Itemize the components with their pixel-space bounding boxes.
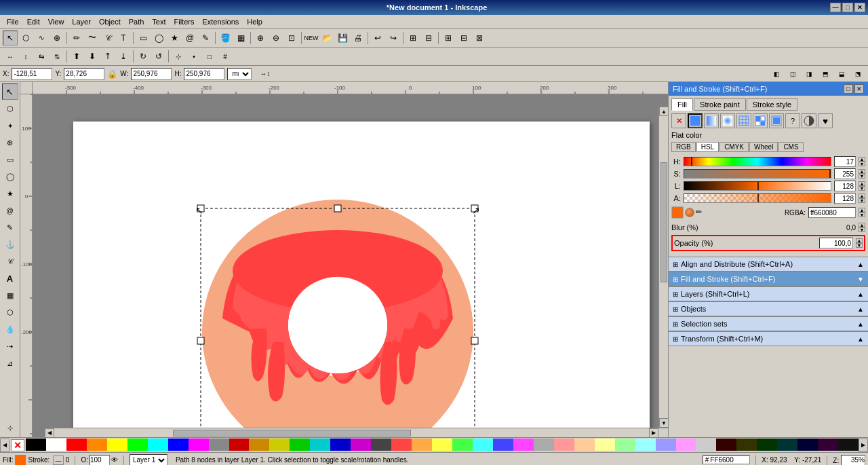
grid-btn[interactable]: ⊞ [441,31,456,45]
palette-color-30[interactable] [635,439,656,451]
calligraphy-btn[interactable]: 𝒞 [100,31,115,45]
palette-color-15[interactable] [330,439,351,451]
menu-filters[interactable]: Filters [170,16,199,27]
opacity-spin-down[interactable]: ▼ [856,243,863,248]
panel-close-btn[interactable]: ✕ [854,84,864,94]
w-input[interactable] [131,68,172,80]
palette-color-32[interactable] [676,439,696,451]
a-spin-up[interactable]: ▲ [859,193,865,198]
units-select[interactable]: mm px in [227,68,252,80]
tool-tweak[interactable]: ✦ [2,117,18,134]
fill-mesh-btn[interactable] [736,113,751,128]
palette-color-0[interactable] [26,439,46,451]
palette-color-7[interactable] [168,439,189,451]
eyedropper-icon[interactable]: ✏ [696,208,705,217]
palette-color-5[interactable] [127,439,148,451]
menu-layer[interactable]: Layer [68,16,95,27]
menu-text[interactable]: Text [148,16,170,27]
lower-btn[interactable]: ⬇ [85,49,100,64]
palette-color-11[interactable] [249,439,269,451]
palette-color-3[interactable] [87,439,107,451]
pencil-tool-btn[interactable]: ✎ [198,31,213,45]
rect-tool-btn[interactable]: ▭ [136,31,151,45]
fill-swatch[interactable] [15,455,26,466]
palette-color-38[interactable] [797,439,818,451]
tool-zoom[interactable]: ⊕ [2,134,18,151]
v-scroll-thumb[interactable] [660,162,667,282]
raise-top-btn[interactable]: ⤒ [100,49,115,64]
tab-stroke-paint[interactable]: Stroke paint [694,98,746,111]
lock-icon[interactable]: 🔒 [107,69,117,79]
rotate-cw-btn[interactable]: ↻ [136,49,151,64]
color-tab-wheel[interactable]: Wheel [749,142,778,152]
y-input[interactable] [64,68,104,80]
palette-color-8[interactable] [189,439,209,451]
fill-unknown-btn[interactable]: ? [785,113,800,128]
palette-color-6[interactable] [148,439,168,451]
v-scrollbar[interactable]: ▲ ▼ [658,107,668,428]
l-slider[interactable] [684,181,831,191]
fill-linear-btn[interactable] [704,113,719,128]
rotate-ccw-btn[interactable]: ↺ [151,49,166,64]
palette-color-28[interactable] [595,439,615,451]
tool-rect[interactable]: ▭ [2,151,18,168]
align-center-btn[interactable]: ◫ [785,67,800,81]
h-slider[interactable] [684,157,831,166]
tool-pencil[interactable]: ✎ [2,219,18,236]
palette-color-4[interactable] [107,439,127,451]
tool-gradient[interactable]: ▦ [2,287,18,303]
scroll-down-btn[interactable]: ▼ [659,418,668,428]
palette-color-23[interactable] [493,439,513,451]
maximize-button[interactable]: □ [842,3,853,12]
node-tool-btn[interactable]: ⬡ [18,31,33,45]
palette-color-40[interactable] [838,439,859,451]
print-btn[interactable]: 🖨 [351,31,366,45]
palette-scroll-right[interactable]: ▶ [859,439,868,452]
align-right-btn[interactable]: ◨ [802,67,816,81]
select-tool-btn[interactable]: ↖ [3,31,18,45]
opacity-spin-up[interactable]: ▲ [856,238,863,243]
palette-color-39[interactable] [818,439,838,451]
align-top-btn[interactable]: ⬒ [818,67,833,81]
align-bottom-btn[interactable]: ⬔ [850,67,865,81]
l-spin-down[interactable]: ▼ [859,186,865,191]
align-left-btn[interactable]: ◧ [769,67,784,81]
color-tab-cms[interactable]: CMS [778,142,803,152]
menu-path[interactable]: Path [125,16,149,27]
fill-heart-btn[interactable]: ♥ [818,113,833,128]
menu-help[interactable]: Help [243,16,267,27]
menu-view[interactable]: View [44,16,68,27]
fill-radial-btn[interactable] [720,113,735,128]
canvas-area[interactable]: -500 -400 -300 -200 -100 0 100 200 300 [20,82,668,437]
s-value-input[interactable] [834,168,856,179]
undo-btn[interactable]: ↩ [370,31,385,45]
ungroup-btn[interactable]: ⊟ [421,31,436,45]
palette-color-36[interactable] [757,439,777,451]
color-tab-cmyk[interactable]: CMYK [719,142,749,152]
tool-measure[interactable]: ⊿ [2,355,18,371]
section-objects[interactable]: ⊞ Objects ▲ [669,301,868,316]
tool-ellipse[interactable]: ◯ [2,168,18,185]
fill-none-btn[interactable]: ✕ [671,113,686,128]
flip-h-btn[interactable]: ⇆ [34,49,49,64]
opacity-input[interactable] [819,238,853,248]
tool-spiral[interactable]: @ [2,202,18,219]
zoom-tool-btn[interactable]: ⊕ [50,31,64,45]
text-tool-btn[interactable]: T [116,31,131,45]
s-slider[interactable] [684,169,831,179]
x-input[interactable] [12,68,52,80]
a-slider[interactable] [684,193,831,203]
palette-color-37[interactable] [777,439,797,451]
section-align-distribute[interactable]: ⊞ Align and Distribute (Shift+Ctrl+A) ▲ [669,257,868,272]
zoom-out-btn[interactable]: ⊖ [269,31,283,45]
blur-spin-up[interactable]: ▲ [859,223,865,227]
tool-node[interactable]: ⬡ [2,100,18,117]
h-scrollbar[interactable]: ◀ ▶ [45,428,668,437]
s-spin-down[interactable]: ▼ [859,174,865,179]
tool-text[interactable]: A [2,270,18,286]
h-spin-down[interactable]: ▼ [859,162,865,166]
palette-color-35[interactable] [736,439,757,451]
zoom-fit-btn[interactable]: ⊡ [284,31,299,45]
rgba-spin-up[interactable]: ▲ [859,208,865,212]
section-fill-stroke[interactable]: ⊞ Fill and Stroke (Shift+Ctrl+F) ▼ [669,272,868,286]
